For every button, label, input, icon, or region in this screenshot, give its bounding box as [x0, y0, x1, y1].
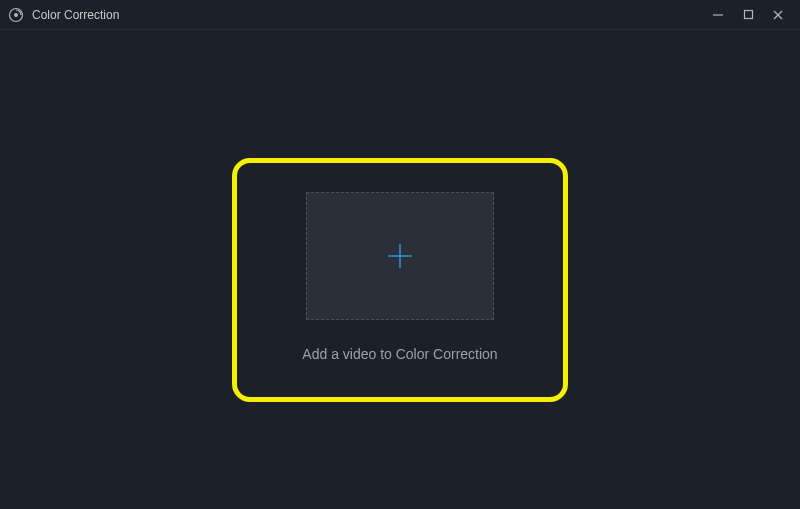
instruction-text: Add a video to Color Correction [0, 346, 800, 362]
svg-point-1 [14, 13, 18, 17]
titlebar: Color Correction [0, 0, 800, 30]
close-button[interactable] [770, 7, 786, 23]
window-controls [710, 7, 792, 23]
plus-icon [385, 241, 415, 271]
window-title: Color Correction [32, 8, 119, 22]
svg-rect-3 [744, 11, 752, 19]
app-icon [8, 7, 24, 23]
maximize-button[interactable] [740, 7, 756, 23]
titlebar-left: Color Correction [8, 7, 119, 23]
add-video-dropzone[interactable] [306, 192, 494, 320]
main-content: Add a video to Color Correction [0, 30, 800, 509]
minimize-button[interactable] [710, 7, 726, 23]
